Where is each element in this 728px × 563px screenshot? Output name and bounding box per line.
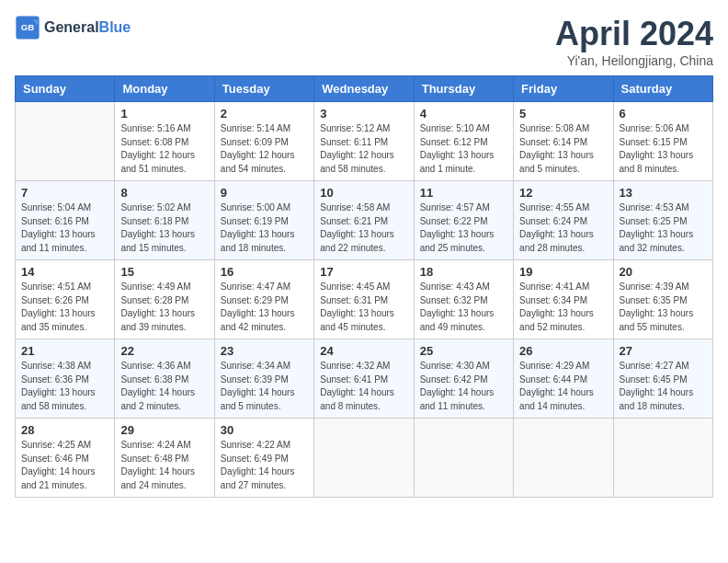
day-number: 6 [620,107,707,121]
calendar-cell: 17Sunrise: 4:45 AM Sunset: 6:31 PM Dayli… [314,260,414,339]
day-number: 3 [320,107,407,121]
day-number: 7 [21,186,108,200]
day-number: 15 [120,265,208,279]
title-block: April 2024 Yi'an, Heilongjiang, China [555,15,713,68]
calendar-cell: 2Sunrise: 5:14 AM Sunset: 6:09 PM Daylig… [214,102,313,181]
day-info: Sunrise: 4:36 AM Sunset: 6:38 PM Dayligh… [120,360,208,413]
day-info: Sunrise: 4:57 AM Sunset: 6:22 PM Dayligh… [420,201,507,255]
day-number: 28 [21,423,108,437]
day-info: Sunrise: 5:10 AM Sunset: 6:12 PM Dayligh… [420,122,507,176]
calendar-table: SundayMondayTuesdayWednesdayThursdayFrid… [15,75,713,498]
calendar-cell [514,419,613,498]
calendar-cell: 12Sunrise: 4:55 AM Sunset: 6:24 PM Dayli… [514,181,613,260]
day-number: 8 [120,186,208,200]
day-info: Sunrise: 5:08 AM Sunset: 6:14 PM Dayligh… [519,122,607,176]
calendar-cell [16,102,115,181]
day-info: Sunrise: 4:30 AM Sunset: 6:42 PM Dayligh… [420,360,507,413]
calendar-cell: 22Sunrise: 4:36 AM Sunset: 6:38 PM Dayli… [115,339,214,419]
calendar-week-row: 1Sunrise: 5:16 AM Sunset: 6:08 PM Daylig… [16,102,713,181]
day-info: Sunrise: 4:58 AM Sunset: 6:21 PM Dayligh… [320,201,407,255]
day-number: 27 [620,344,707,358]
calendar-cell: 29Sunrise: 4:24 AM Sunset: 6:48 PM Dayli… [115,419,214,498]
calendar-cell: 6Sunrise: 5:06 AM Sunset: 6:15 PM Daylig… [613,102,712,181]
day-number: 20 [620,265,707,279]
col-header-sunday: Sunday [16,76,115,102]
day-info: Sunrise: 4:22 AM Sunset: 6:49 PM Dayligh… [221,439,308,492]
calendar-cell: 16Sunrise: 4:47 AM Sunset: 6:29 PM Dayli… [214,260,313,339]
day-info: Sunrise: 4:45 AM Sunset: 6:31 PM Dayligh… [320,281,407,334]
calendar-cell: 13Sunrise: 4:53 AM Sunset: 6:25 PM Dayli… [613,181,712,260]
logo-text-blue: Blue [99,19,131,36]
calendar-week-row: 7Sunrise: 5:04 AM Sunset: 6:16 PM Daylig… [16,181,713,260]
calendar-cell: 5Sunrise: 5:08 AM Sunset: 6:14 PM Daylig… [514,102,613,181]
day-info: Sunrise: 4:41 AM Sunset: 6:34 PM Dayligh… [519,281,607,334]
day-number: 1 [120,107,208,121]
day-number: 16 [221,265,308,279]
calendar-cell: 18Sunrise: 4:43 AM Sunset: 6:32 PM Dayli… [414,260,513,339]
calendar-cell: 9Sunrise: 5:00 AM Sunset: 6:19 PM Daylig… [214,181,313,260]
col-header-monday: Monday [115,76,214,102]
day-info: Sunrise: 4:47 AM Sunset: 6:29 PM Dayligh… [221,281,308,334]
day-info: Sunrise: 4:24 AM Sunset: 6:48 PM Dayligh… [120,439,208,492]
day-info: Sunrise: 5:16 AM Sunset: 6:08 PM Dayligh… [120,122,208,176]
day-info: Sunrise: 5:12 AM Sunset: 6:11 PM Dayligh… [320,122,407,176]
calendar-cell: 15Sunrise: 4:49 AM Sunset: 6:28 PM Dayli… [115,260,214,339]
calendar-cell: 1Sunrise: 5:16 AM Sunset: 6:08 PM Daylig… [115,102,214,181]
day-number: 5 [519,107,607,121]
day-info: Sunrise: 4:34 AM Sunset: 6:39 PM Dayligh… [221,360,308,413]
logo-icon: GB [15,15,40,40]
calendar-cell: 10Sunrise: 4:58 AM Sunset: 6:21 PM Dayli… [314,181,414,260]
calendar-week-row: 28Sunrise: 4:25 AM Sunset: 6:46 PM Dayli… [16,419,713,498]
calendar-cell: 19Sunrise: 4:41 AM Sunset: 6:34 PM Dayli… [514,260,613,339]
calendar-week-row: 14Sunrise: 4:51 AM Sunset: 6:26 PM Dayli… [16,260,713,339]
day-number: 22 [120,344,208,358]
calendar-cell: 8Sunrise: 5:02 AM Sunset: 6:18 PM Daylig… [115,181,214,260]
day-number: 24 [320,344,407,358]
day-number: 30 [221,423,308,437]
day-info: Sunrise: 5:02 AM Sunset: 6:18 PM Dayligh… [120,201,208,255]
page-header: GB GeneralBlue April 2024 Yi'an, Heilong… [15,15,713,68]
calendar-cell [314,419,414,498]
day-info: Sunrise: 4:27 AM Sunset: 6:45 PM Dayligh… [620,360,707,413]
day-number: 25 [420,344,507,358]
logo: GB GeneralBlue [15,15,131,40]
day-number: 12 [519,186,607,200]
calendar-cell: 26Sunrise: 4:29 AM Sunset: 6:44 PM Dayli… [514,339,613,419]
day-number: 11 [420,186,507,200]
calendar-cell [613,419,712,498]
day-info: Sunrise: 4:55 AM Sunset: 6:24 PM Dayligh… [519,201,607,255]
svg-text:GB: GB [21,22,35,32]
day-number: 19 [519,265,607,279]
calendar-cell: 30Sunrise: 4:22 AM Sunset: 6:49 PM Dayli… [214,419,313,498]
day-info: Sunrise: 5:04 AM Sunset: 6:16 PM Dayligh… [21,201,108,255]
calendar-cell: 21Sunrise: 4:38 AM Sunset: 6:36 PM Dayli… [16,339,115,419]
col-header-saturday: Saturday [613,76,712,102]
day-info: Sunrise: 5:14 AM Sunset: 6:09 PM Dayligh… [221,122,308,176]
calendar-cell: 25Sunrise: 4:30 AM Sunset: 6:42 PM Dayli… [414,339,513,419]
calendar-cell: 14Sunrise: 4:51 AM Sunset: 6:26 PM Dayli… [16,260,115,339]
day-info: Sunrise: 4:43 AM Sunset: 6:32 PM Dayligh… [420,281,507,334]
day-info: Sunrise: 4:38 AM Sunset: 6:36 PM Dayligh… [21,360,108,413]
location: Yi'an, Heilongjiang, China [555,53,713,68]
calendar-cell: 23Sunrise: 4:34 AM Sunset: 6:39 PM Dayli… [214,339,313,419]
calendar-cell: 7Sunrise: 5:04 AM Sunset: 6:16 PM Daylig… [16,181,115,260]
day-number: 9 [221,186,308,200]
day-info: Sunrise: 4:39 AM Sunset: 6:35 PM Dayligh… [620,281,707,334]
calendar-cell [414,419,513,498]
day-number: 18 [420,265,507,279]
day-info: Sunrise: 4:51 AM Sunset: 6:26 PM Dayligh… [21,281,108,334]
calendar-cell: 4Sunrise: 5:10 AM Sunset: 6:12 PM Daylig… [414,102,513,181]
calendar-cell: 24Sunrise: 4:32 AM Sunset: 6:41 PM Dayli… [314,339,414,419]
day-number: 17 [320,265,407,279]
day-number: 23 [221,344,308,358]
day-info: Sunrise: 4:32 AM Sunset: 6:41 PM Dayligh… [320,360,407,413]
calendar-week-row: 21Sunrise: 4:38 AM Sunset: 6:36 PM Dayli… [16,339,713,419]
day-info: Sunrise: 4:53 AM Sunset: 6:25 PM Dayligh… [620,201,707,255]
month-title: April 2024 [555,15,713,53]
calendar-cell: 20Sunrise: 4:39 AM Sunset: 6:35 PM Dayli… [613,260,712,339]
calendar-cell: 27Sunrise: 4:27 AM Sunset: 6:45 PM Dayli… [613,339,712,419]
day-number: 10 [320,186,407,200]
col-header-wednesday: Wednesday [314,76,414,102]
col-header-friday: Friday [514,76,613,102]
day-number: 2 [221,107,308,121]
